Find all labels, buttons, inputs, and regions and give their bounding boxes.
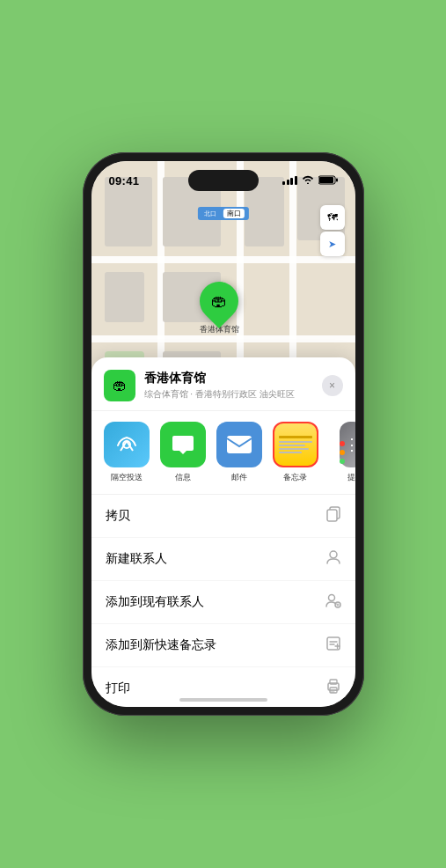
action-list: 拷贝 新建联系人: [91, 494, 355, 707]
svg-rect-2: [336, 178, 338, 181]
phone-frame: 09:41: [83, 152, 364, 716]
venue-header: 🏟 香港体育馆 综合体育馆 · 香港特别行政区 油尖旺区 ×: [91, 357, 355, 411]
status-icons: [282, 175, 338, 187]
action-quick-note[interactable]: 添加到新快速备忘录: [91, 624, 355, 667]
share-row: 隔空投送 信息: [91, 411, 355, 494]
notes-icon-wrap: [273, 422, 318, 467]
action-new-contact-label: 新建联系人: [106, 551, 167, 567]
venue-pin: 🏟 香港体育馆: [200, 282, 239, 335]
action-new-contact[interactable]: 新建联系人: [91, 538, 355, 581]
share-airdrop[interactable]: 隔空投送: [104, 422, 150, 483]
action-add-to-contact[interactable]: 添加到现有联系人: [91, 581, 355, 624]
mail-label: 邮件: [231, 472, 247, 483]
venue-description: 综合体育馆 · 香港特别行政区 油尖旺区: [144, 388, 322, 401]
venue-icon: 🏟: [104, 370, 135, 401]
action-print-label: 打印: [106, 680, 130, 696]
pin-bubble: 🏟: [192, 274, 246, 328]
pin-icon: 🏟: [211, 291, 227, 310]
scroll-dots: [340, 441, 345, 464]
notes-label: 备忘录: [283, 472, 307, 483]
location-icon: ➤: [328, 239, 336, 250]
battery-icon: [318, 175, 338, 187]
airdrop-icon-wrap: [104, 422, 150, 467]
map-north-label: 北口 南口: [197, 207, 248, 220]
mail-icon-wrap: [216, 422, 262, 467]
map-type-button[interactable]: 🗺: [320, 205, 345, 230]
action-copy[interactable]: 拷贝: [91, 495, 355, 538]
new-contact-icon: [325, 549, 341, 569]
messages-label: 信息: [175, 472, 191, 483]
svg-point-7: [330, 551, 337, 558]
action-add-contact-label: 添加到现有联系人: [106, 594, 204, 610]
map-icon: 🗺: [327, 211, 338, 224]
airdrop-label: 隔空投送: [111, 472, 143, 483]
wifi-icon: [302, 175, 314, 186]
signal-icon: [282, 176, 297, 185]
svg-rect-4: [227, 436, 252, 453]
home-indicator: [179, 698, 267, 702]
share-messages[interactable]: 信息: [160, 422, 206, 483]
venue-info: 香港体育馆 综合体育馆 · 香港特别行政区 油尖旺区: [144, 371, 322, 401]
svg-rect-1: [319, 177, 333, 183]
location-button[interactable]: ➤: [320, 232, 345, 256]
copy-icon: [325, 506, 341, 526]
print-icon: [325, 679, 341, 698]
add-contact-icon: [325, 592, 341, 612]
svg-rect-6: [327, 510, 337, 521]
bottom-sheet: 🏟 香港体育馆 综合体育馆 · 香港特别行政区 油尖旺区 ×: [91, 357, 355, 707]
phone-screen: 09:41: [91, 161, 355, 707]
dynamic-island: [188, 170, 259, 191]
svg-point-8: [328, 595, 334, 601]
venue-name: 香港体育馆: [144, 371, 322, 386]
action-quick-note-label: 添加到新快速备忘录: [106, 637, 216, 653]
messages-icon-wrap: [160, 422, 206, 467]
quick-note-icon: [325, 636, 341, 655]
share-mail[interactable]: 邮件: [216, 422, 262, 483]
more-label: 提: [347, 472, 355, 483]
status-time: 09:41: [109, 174, 140, 188]
action-copy-label: 拷贝: [106, 508, 130, 524]
share-notes[interactable]: 备忘录: [273, 422, 318, 483]
close-button[interactable]: ×: [322, 375, 343, 396]
map-controls: 🗺 ➤: [320, 205, 345, 256]
